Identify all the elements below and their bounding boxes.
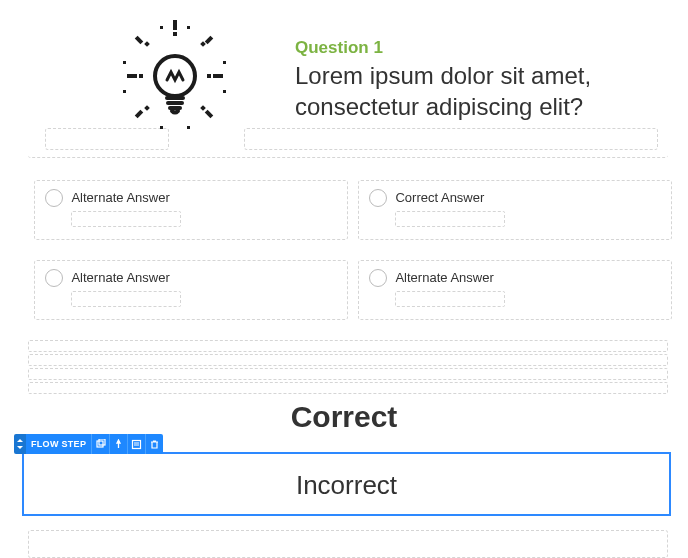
svg-rect-13 [135,36,143,44]
svg-rect-15 [205,110,213,118]
result-heading-correct: Correct [0,400,688,434]
svg-point-0 [155,56,195,96]
delete-button[interactable] [145,434,163,454]
question-text: Lorem ipsum dolor sit amet, consectetur … [295,60,685,122]
answer-option[interactable]: Correct Answer [358,180,672,240]
svg-rect-5 [173,32,177,36]
svg-rect-10 [200,41,206,47]
lightbulb-idea-icon [115,18,235,142]
svg-rect-28 [97,441,103,447]
answer-label: Alternate Answer [395,270,493,285]
flow-step-toolbar: FLOW STEP [14,434,163,454]
radio-icon[interactable] [45,189,63,207]
svg-rect-24 [223,61,226,64]
svg-rect-16 [144,105,150,111]
placeholder-block [28,340,668,396]
svg-rect-9 [139,74,143,78]
editor-canvas: Question 1 Lorem ipsum dolor sit amet, c… [0,0,688,558]
radio-icon[interactable] [45,269,63,287]
answer-option[interactable]: Alternate Answer [34,180,348,240]
question-number-label: Question 1 [295,38,383,58]
svg-rect-29 [99,439,105,445]
svg-rect-18 [160,26,163,29]
svg-rect-11 [205,36,213,44]
svg-rect-21 [187,126,190,129]
svg-rect-7 [207,74,211,78]
drag-handle-icon[interactable] [14,434,26,454]
answer-option[interactable]: Alternate Answer [358,260,672,320]
pin-button[interactable] [109,434,127,454]
question-header: Question 1 Lorem ipsum dolor sit amet, c… [45,10,655,146]
svg-rect-20 [160,126,163,129]
svg-rect-17 [135,110,143,118]
svg-rect-8 [127,74,137,78]
answer-label: Correct Answer [395,190,484,205]
svg-marker-26 [17,439,23,442]
radio-icon[interactable] [369,269,387,287]
svg-rect-23 [123,90,126,93]
flow-step-incorrect[interactable]: FLOW STEP Incorrect [22,452,671,516]
settings-button[interactable] [127,434,145,454]
svg-rect-4 [173,20,177,30]
svg-rect-12 [144,41,150,47]
svg-rect-25 [223,90,226,93]
svg-rect-6 [213,74,223,78]
radio-icon[interactable] [369,189,387,207]
svg-rect-19 [187,26,190,29]
answer-label: Alternate Answer [71,190,169,205]
duplicate-button[interactable] [91,434,109,454]
svg-rect-22 [123,61,126,64]
result-heading-incorrect: Incorrect [24,454,669,501]
result-correct-block: Correct [0,400,688,434]
answer-option[interactable]: Alternate Answer [34,260,348,320]
svg-marker-27 [17,446,23,449]
answer-label: Alternate Answer [71,270,169,285]
flow-step-label: FLOW STEP [26,434,91,454]
svg-rect-14 [200,105,206,111]
